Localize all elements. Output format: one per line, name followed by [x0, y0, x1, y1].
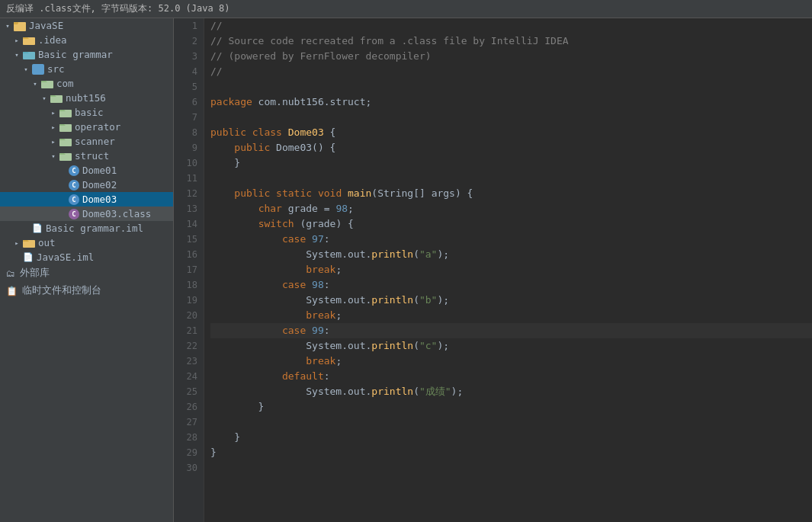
code-container: 1234567891011121314151617181920212223242… [174, 18, 812, 522]
code-line-20: break; [210, 308, 812, 323]
expanded-arrow: ▾ [21, 66, 30, 73]
top-bar: 反编译 .class文件, 字节码版本: 52.0 (Java 8) [0, 0, 812, 18]
expanded-arrow: ▾ [40, 94, 49, 102]
tree-label: JavaSE.iml [37, 251, 94, 263]
tree-item-dome02[interactable]: CDome02 [0, 178, 173, 192]
tree-label: com [56, 78, 74, 89]
tree-item-idea[interactable]: ▸ .idea [0, 33, 173, 47]
line-number-11: 11 [180, 171, 197, 186]
code-line-22: System.out.println("c"); [210, 338, 812, 354]
code-line-3: // (powered by FernFlower decompiler) [210, 49, 812, 64]
line-number-7: 7 [180, 110, 197, 125]
collapsed-arrow: ▸ [12, 239, 21, 247]
code-line-10: } [210, 155, 812, 171]
tree-item-src[interactable]: ▾ src [0, 62, 173, 76]
svg-rect-2 [18, 24, 19, 26]
line-number-16: 16 [180, 247, 197, 262]
line-number-23: 23 [180, 354, 197, 369]
code-line-4: // [210, 64, 812, 79]
tree-item-out[interactable]: ▸ out [0, 235, 173, 250]
collapsed-arrow: ▸ [49, 109, 58, 117]
collapsed-arrow: ▸ [49, 123, 58, 131]
tree-label: basic [75, 107, 104, 118]
tree-item-dome03class[interactable]: CDome03.class [0, 207, 173, 221]
code-line-30 [210, 460, 812, 476]
code-line-18: case 98: [210, 277, 812, 293]
tree-item-javase-iml[interactable]: 📄JavaSE.iml [0, 250, 173, 264]
tree-label: .idea [38, 34, 67, 46]
collapsed-arrow: ▸ [49, 138, 58, 146]
tree-label: Dome03.class [82, 208, 151, 219]
code-line-9: public Dome03() { [210, 140, 812, 155]
expanded-arrow: ▾ [49, 152, 58, 160]
line-number-24: 24 [180, 369, 197, 384]
line-number-13: 13 [180, 201, 197, 216]
code-line-12: public static void main(String[] args) { [210, 186, 812, 201]
line-number-9: 9 [180, 140, 197, 155]
tree-item-javase-root[interactable]: ▾ JavaSE [0, 18, 173, 33]
tree-label: struct [75, 150, 109, 162]
tree-label: Basic grammar [38, 49, 113, 60]
tree-item-basic-grammar-iml[interactable]: 📄Basic grammar.iml [0, 221, 173, 235]
line-number-5: 5 [180, 79, 197, 94]
tree-label: Dome02 [82, 179, 117, 191]
line-number-21: 21 [180, 323, 197, 338]
line-number-4: 4 [180, 64, 197, 79]
line-number-12: 12 [180, 186, 197, 201]
code-line-16: System.out.println("a"); [210, 247, 812, 262]
tree-label: out [38, 237, 56, 248]
line-number-8: 8 [180, 125, 197, 140]
line-number-29: 29 [180, 445, 197, 460]
line-number-15: 15 [180, 232, 197, 247]
expanded-arrow: ▾ [30, 80, 40, 88]
line-number-30: 30 [180, 460, 197, 476]
tree-label: Basic grammar.iml [46, 223, 143, 234]
tree-item-dome03[interactable]: CDome03 [0, 192, 173, 207]
line-number-14: 14 [180, 216, 197, 232]
code-line-13: char grade = 98; [210, 201, 812, 216]
tree-label: src [47, 63, 65, 75]
code-line-25: System.out.println("成绩"); [210, 384, 812, 399]
code-line-17: break; [210, 262, 812, 277]
code-line-8: public class Dome03 { [210, 125, 812, 140]
line-number-20: 20 [180, 308, 197, 323]
code-line-15: case 97: [210, 232, 812, 247]
tree-item-dome01[interactable]: CDome01 [0, 163, 173, 178]
tree-item-nubt156[interactable]: ▾ nubt156 [0, 91, 173, 105]
external-libs-icon: 🗂 [3, 268, 15, 279]
bottom-item-external-libs[interactable]: 🗂外部库 [0, 264, 173, 282]
code-line-5 [210, 79, 812, 94]
tree-label: Dome03 [82, 194, 117, 205]
bottom-items-container: 🗂外部库📋临时文件和控制台 [0, 264, 173, 299]
line-number-17: 17 [180, 262, 197, 277]
main-layout: ▾ JavaSE▸ .idea▾ Basic grammar▾ src▾ com… [0, 18, 812, 522]
line-number-26: 26 [180, 399, 197, 415]
code-line-29: } [210, 445, 812, 460]
code-line-28: } [210, 430, 812, 445]
line-number-19: 19 [180, 293, 197, 308]
line-number-18: 18 [180, 277, 197, 293]
tree-item-scanner[interactable]: ▸ scanner [0, 134, 173, 149]
line-number-3: 3 [180, 49, 197, 64]
expanded-arrow: ▾ [3, 22, 12, 30]
bottom-item-temp-files[interactable]: 📋临时文件和控制台 [0, 282, 173, 299]
editor[interactable]: 1234567891011121314151617181920212223242… [174, 18, 812, 522]
file-tree: ▾ JavaSE▸ .idea▾ Basic grammar▾ src▾ com… [0, 18, 173, 264]
line-number-10: 10 [180, 155, 197, 171]
tree-item-com[interactable]: ▾ com [0, 76, 173, 91]
temp-files-icon: 📋 [3, 286, 18, 296]
line-number-22: 22 [180, 338, 197, 354]
code-line-21: case 99: [210, 323, 812, 338]
tree-label: scanner [75, 136, 115, 147]
tree-item-operator[interactable]: ▸ operator [0, 120, 173, 134]
code-line-14: switch (grade) { [210, 216, 812, 232]
code-line-23: break; [210, 354, 812, 369]
tree-item-basic[interactable]: ▸ basic [0, 105, 173, 120]
external-libs-label: 外部库 [20, 267, 50, 280]
tree-label: operator [75, 121, 120, 133]
svg-rect-5 [33, 66, 43, 74]
tree-item-struct[interactable]: ▾ struct [0, 149, 173, 163]
tree-item-basic-grammar[interactable]: ▾ Basic grammar [0, 47, 173, 62]
line-number-27: 27 [180, 415, 197, 430]
code-line-19: System.out.println("b"); [210, 293, 812, 308]
